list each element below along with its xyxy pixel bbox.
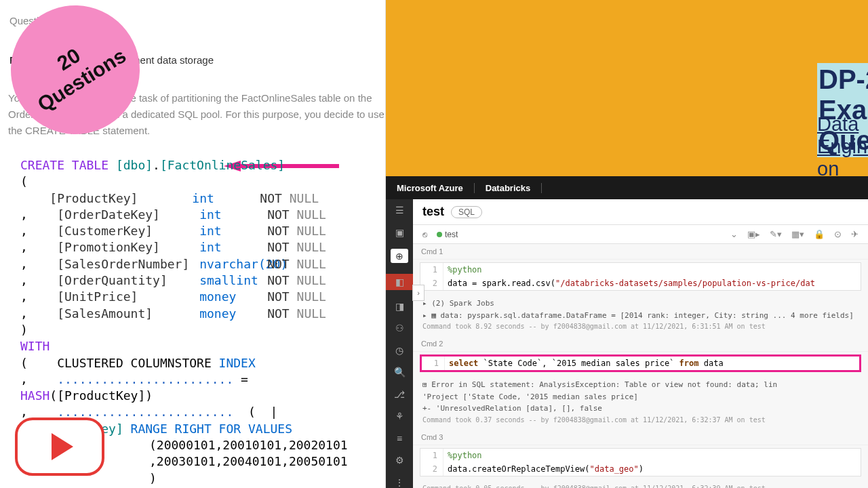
cell-1[interactable]: 1%python 2data = spark.read.csv("/databr…	[420, 262, 861, 291]
search-icon[interactable]: 🔍	[393, 367, 406, 378]
databricks-sidebar: ☰ ▣ ⊕ ◧ ◨ ⚇ ◷ 🔍 ⎇ ⚘ ≡ ⚙ ⋮	[386, 199, 413, 488]
nav-icon[interactable]: ◨	[393, 301, 406, 312]
people-icon[interactable]: ⚇	[393, 323, 406, 334]
notebook-main: test SQL ⎋ test ⌄ ▣▸ ✎▾ ▦▾ 🔒 ⊙ ✈ Cmd 1 1…	[413, 199, 868, 488]
active-nav-icon[interactable]: ◧	[386, 274, 413, 289]
nav-databricks[interactable]: Databricks	[475, 183, 542, 193]
share-icon[interactable]: ⚘	[393, 411, 406, 422]
play-icon	[52, 433, 73, 460]
youtube-play-button[interactable]	[15, 418, 104, 476]
menu-icon[interactable]: ⋮	[393, 477, 406, 488]
dropdown-icon[interactable]: ⌄	[730, 229, 738, 239]
lock-icon[interactable]: 🔒	[814, 229, 825, 239]
databricks-panel: Microsoft Azure Databricks ☰ ▣ ⊕ ◧ ◨ ⚇ ◷…	[386, 176, 868, 488]
notebook-toolbar: ⎋ test ⌄ ▣▸ ✎▾ ▦▾ 🔒 ⊙ ✈	[413, 225, 868, 244]
notebook-title[interactable]: test	[422, 205, 444, 219]
settings-icon[interactable]: ⚙	[393, 455, 406, 466]
edit-icon[interactable]: ✎▾	[770, 229, 782, 239]
image-icon[interactable]: ▦▾	[791, 229, 804, 239]
box-icon[interactable]: ▣	[393, 227, 406, 239]
cmd-label-3: Cmd 3	[413, 430, 868, 445]
run-icon[interactable]: ▣▸	[747, 229, 760, 239]
cluster-attach[interactable]: test	[437, 230, 458, 239]
cmd-label-1: Cmd 1	[413, 244, 868, 260]
cell-3[interactable]: 1%python 2data.createOrReplaceTempView("…	[420, 448, 861, 476]
clear-icon[interactable]: ✈	[851, 229, 859, 239]
title-banner: DP-203 Exam Questions Data Engineering o…	[386, 0, 868, 176]
attach-icon[interactable]: ⎋	[422, 230, 427, 239]
cell-1-output: ▸ (2) Spark Jobs ▸ ▦ data: pyspark.sql.d…	[413, 293, 868, 336]
nav-azure[interactable]: Microsoft Azure	[386, 183, 475, 193]
play-icon[interactable]: ⊙	[834, 229, 842, 239]
language-pill[interactable]: SQL	[451, 206, 482, 218]
history-icon[interactable]: ◷	[393, 345, 406, 357]
notebook-header: test SQL	[413, 199, 868, 225]
plus-icon[interactable]: ⊕	[391, 249, 408, 263]
branch-icon[interactable]: ⎇	[393, 389, 406, 401]
expand-button[interactable]: ›	[412, 285, 425, 301]
cmd-label-2: Cmd 2	[413, 336, 868, 352]
cell-2-output: ⊞ Error in SQL statement: AnalysisExcept…	[413, 375, 868, 430]
databricks-topbar: Microsoft Azure Databricks	[386, 176, 868, 199]
sliders-icon[interactable]: ≡	[393, 433, 406, 445]
cell-3-output: Command took 0.05 seconds -- by f2004838…	[413, 479, 868, 488]
layers-icon[interactable]: ☰	[393, 205, 406, 216]
cell-2[interactable]: 1select `State Code`, `2015 median sales…	[420, 354, 861, 372]
